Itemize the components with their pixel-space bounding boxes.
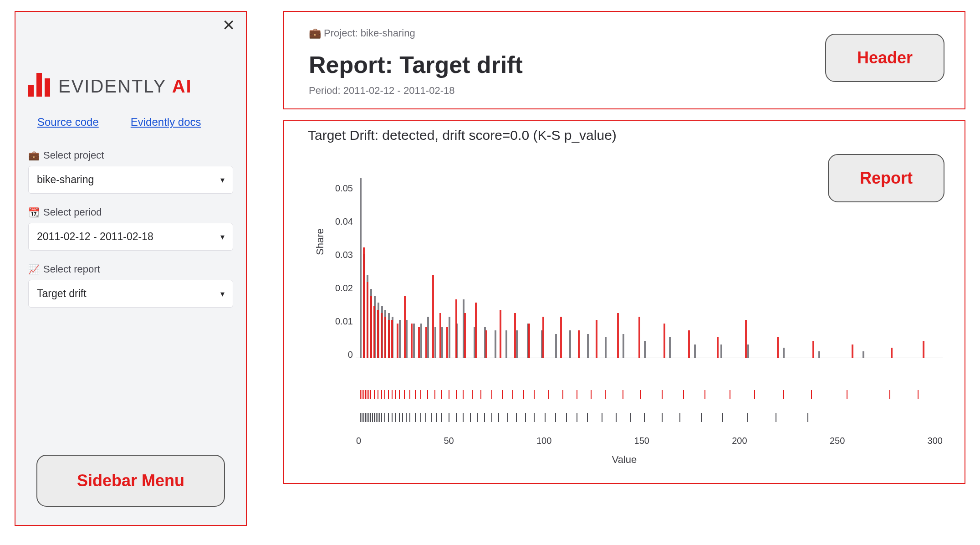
chevron-down-icon: ▾ xyxy=(220,232,225,242)
brand-accent: AI xyxy=(172,76,192,96)
period-line: Period: 2011-02-12 - 2011-02-18 xyxy=(309,85,940,97)
briefcase-icon: 💼 xyxy=(28,150,40,161)
annotation-sidebar-menu: Sidebar Menu xyxy=(36,455,225,507)
y-axis-label: Share xyxy=(314,228,326,255)
report-annotation-box: Target Drift: detected, drift score=0.0 … xyxy=(283,120,965,484)
rug-current xyxy=(356,390,943,399)
label-select-project: 💼 Select project xyxy=(28,149,233,161)
select-period-value: 2011-02-12 - 2011-02-18 xyxy=(37,231,153,243)
rug-reference xyxy=(356,413,943,422)
chart-up-icon: 📈 xyxy=(28,264,40,275)
select-period[interactable]: 2011-02-12 - 2011-02-18 ▾ xyxy=(28,223,233,251)
x-axis-label: Value xyxy=(288,454,961,466)
annotation-report: Report xyxy=(828,154,944,202)
label-select-report: 📈 Select report xyxy=(28,263,233,275)
chevron-down-icon: ▾ xyxy=(220,175,225,185)
histogram-bars xyxy=(356,185,943,358)
link-source-code[interactable]: Source code xyxy=(37,116,99,129)
logo-bars-icon xyxy=(28,73,50,97)
close-icon[interactable]: ✕ xyxy=(222,17,235,33)
chart-title: Target Drift: detected, drift score=0.0 … xyxy=(308,128,961,143)
sidebar-annotation-box: ✕ EVIDENTLY AI Source code Evidently doc… xyxy=(15,11,247,526)
plot-area xyxy=(356,185,943,358)
calendar-icon: 📆 xyxy=(28,207,40,218)
brand-logo: EVIDENTLY AI xyxy=(28,73,233,97)
x-axis-ticks: 050100150200250300 xyxy=(356,436,943,446)
annotation-header: Header xyxy=(825,34,944,82)
label-select-period: 📆 Select period xyxy=(28,206,233,218)
header-annotation-box: 💼 Project: bike-sharing Report: Target d… xyxy=(283,11,965,109)
link-evidently-docs[interactable]: Evidently docs xyxy=(131,116,201,129)
sidebar: ✕ EVIDENTLY AI Source code Evidently doc… xyxy=(15,12,246,525)
select-project-value: bike-sharing xyxy=(37,174,94,186)
brand-text: EVIDENTLY AI xyxy=(58,76,192,97)
y-axis-ticks: 0.050.040.030.020.010 xyxy=(335,183,353,360)
select-report[interactable]: Target drift ▾ xyxy=(28,280,233,308)
chevron-down-icon: ▾ xyxy=(220,289,225,299)
brand-plain: EVIDENTLY xyxy=(58,76,172,96)
select-project[interactable]: bike-sharing ▾ xyxy=(28,166,233,194)
select-report-value: Target drift xyxy=(37,288,87,300)
